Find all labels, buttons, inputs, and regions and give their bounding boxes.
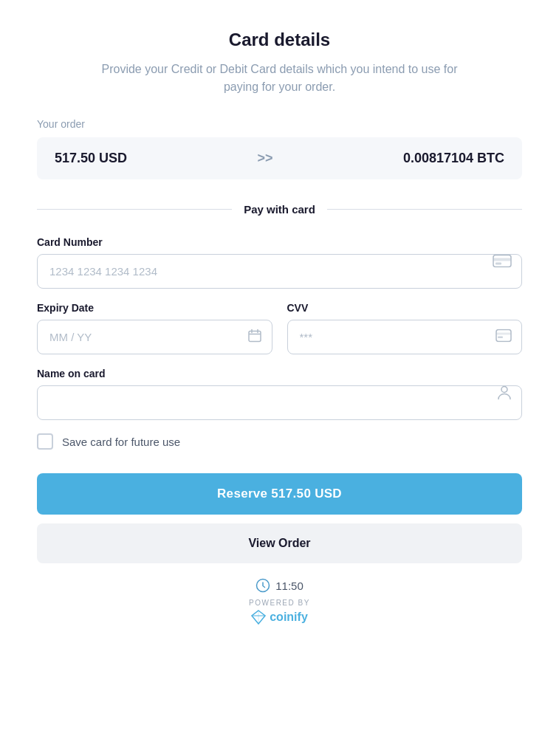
divider-line-right — [327, 209, 522, 210]
name-label: Name on card — [37, 368, 522, 379]
coinify-diamond-icon — [251, 610, 266, 625]
cvv-card-icon — [495, 329, 512, 346]
page-subtitle: Provide your Credit or Debit Card detail… — [95, 61, 464, 96]
cvv-input-wrapper — [287, 320, 523, 354]
pay-section-title: Pay with card — [232, 203, 327, 216]
name-input[interactable] — [37, 385, 522, 420]
view-order-button[interactable]: View Order — [37, 523, 522, 563]
expiry-calendar-icon — [247, 328, 262, 346]
expiry-cvv-row: Expiry Date CVV — [37, 302, 522, 354]
expiry-field-wrapper: Expiry Date — [37, 302, 272, 354]
svg-rect-1 — [493, 258, 511, 261]
footer-time-text: 11:50 — [275, 580, 303, 592]
card-number-icon — [493, 254, 512, 271]
powered-by-text: POWERED BY — [249, 599, 310, 607]
svg-rect-3 — [249, 331, 261, 341]
clock-icon — [256, 578, 270, 593]
card-form: Card Number Expiry Date — [37, 236, 522, 578]
order-usd-amount: 517.50 USD — [55, 151, 127, 166]
order-arrow: >> — [257, 151, 272, 166]
expiry-input[interactable] — [37, 320, 272, 354]
svg-point-10 — [501, 386, 507, 392]
footer-time-row: 11:50 — [256, 578, 303, 593]
coinify-brand: coinify — [251, 610, 308, 625]
name-person-icon — [497, 384, 512, 404]
card-number-field-wrapper: Card Number — [37, 236, 522, 289]
order-label: Your order — [37, 118, 85, 130]
name-field-wrapper: Name on card — [37, 368, 522, 420]
svg-rect-8 — [496, 332, 511, 334]
svg-rect-2 — [495, 262, 501, 264]
cvv-input[interactable] — [287, 320, 523, 354]
save-card-checkbox[interactable] — [37, 433, 53, 450]
order-btc-amount: 0.00817104 BTC — [403, 151, 504, 166]
order-box: 517.50 USD >> 0.00817104 BTC — [37, 137, 522, 179]
coinify-brand-text: coinify — [270, 611, 308, 624]
expiry-input-wrapper — [37, 320, 272, 354]
page-title: Card details — [229, 30, 330, 50]
divider-line-left — [37, 209, 232, 210]
card-number-label: Card Number — [37, 236, 522, 248]
pay-with-card-divider: Pay with card — [37, 203, 522, 216]
cvv-field-wrapper: CVV — [287, 302, 523, 354]
card-number-input[interactable] — [37, 254, 522, 289]
svg-rect-7 — [496, 329, 511, 341]
save-card-label[interactable]: Save card for future use — [62, 436, 180, 448]
reserve-button[interactable]: Reserve 517.50 USD — [37, 473, 522, 515]
expiry-label: Expiry Date — [37, 302, 272, 314]
save-card-row: Save card for future use — [37, 433, 522, 450]
cvv-label: CVV — [287, 302, 523, 314]
svg-rect-9 — [498, 336, 503, 338]
